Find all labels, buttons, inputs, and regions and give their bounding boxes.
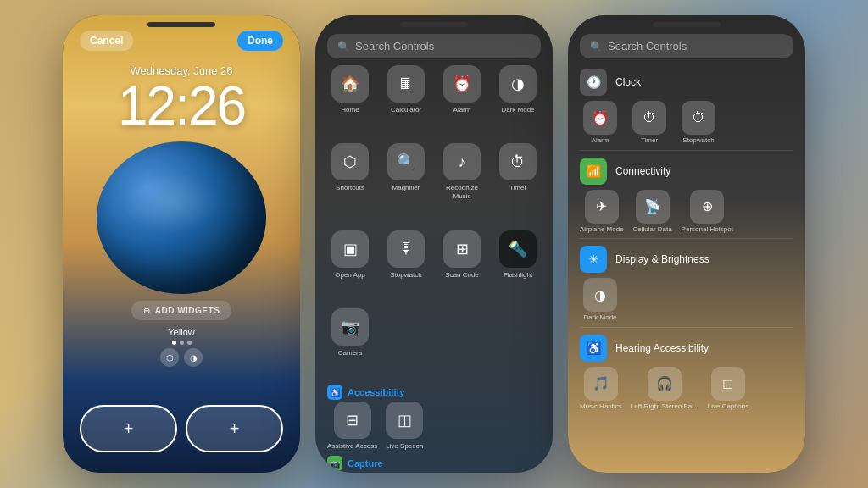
clock-section-title: Clock <box>615 76 641 88</box>
display-section-icon: ☀ <box>580 246 607 273</box>
control-assistive-access[interactable]: ⊟ Assistive Access <box>327 402 377 451</box>
control-timer[interactable]: ⏱ Timer <box>493 143 542 223</box>
done-button[interactable]: Done <box>237 30 283 51</box>
timer-label: Timer <box>509 184 526 192</box>
live-captions-item[interactable]: ◻ Live Captions <box>708 367 748 411</box>
open-app-label: Open App <box>335 271 365 280</box>
camera-label: Camera <box>338 349 362 358</box>
cellular-data-item[interactable]: 📡 Cellular Data <box>632 190 673 234</box>
clock-alarm-label: Alarm <box>592 136 609 145</box>
search-bar[interactable]: 🔍 Search Controls <box>327 34 541 58</box>
camera-icon: 📷 <box>331 308 369 346</box>
connectivity-header-row: 📶 Connectivity <box>568 154 805 188</box>
stereo-balance-label: Left-Right Stereo Bal... <box>631 402 699 411</box>
scan-code-label: Scan Code <box>445 271 479 280</box>
control-calculator[interactable]: 🖩 Calculator <box>381 65 431 136</box>
right-add-button[interactable]: + <box>186 405 283 452</box>
airplane-mode-item[interactable]: ✈ Airplane Mode <box>580 190 624 234</box>
search-placeholder: Search Controls <box>355 40 434 53</box>
phone3-search-bar[interactable]: 🔍 Search Controls <box>580 34 793 58</box>
left-add-button[interactable]: + <box>80 405 177 452</box>
capture-section-title: Capture <box>348 458 383 469</box>
dot-3 <box>187 341 192 345</box>
connectivity-section-title: Connectivity <box>615 165 670 177</box>
assistive-access-icon: ⊟ <box>334 402 371 439</box>
dark-mode-item[interactable]: ◑ Dark Mode <box>580 278 620 322</box>
live-captions-icon: ◻ <box>711 367 745 401</box>
scan-code-icon: ⊞ <box>443 230 481 268</box>
divider-1 <box>580 150 793 151</box>
widget-row: ⬡ ◑ <box>160 348 203 367</box>
flashlight-icon: 🔦 <box>499 230 537 268</box>
control-magnifier[interactable]: 🔍 Magnifier <box>381 143 431 223</box>
calculator-label: Calculator <box>391 106 421 114</box>
cellular-data-label: Cellular Data <box>632 225 671 234</box>
cancel-button[interactable]: Cancel <box>80 30 133 51</box>
control-flashlight[interactable]: 🔦 Flashlight <box>493 230 542 302</box>
divider-2 <box>580 238 793 239</box>
darkmode-label: Dark Mode <box>501 106 534 114</box>
music-haptics-item[interactable]: 🎵 Music Haptics <box>580 367 622 411</box>
phone1-notch <box>147 22 215 27</box>
clock-alarm-item[interactable]: ⏰ Alarm <box>580 101 620 145</box>
control-camera[interactable]: 📷 Camera <box>326 308 375 380</box>
phone2-notch <box>400 22 468 27</box>
control-home[interactable]: 🏠 Home <box>326 65 375 136</box>
lock-bottom-buttons: + + <box>80 405 283 452</box>
clock-items: ⏰ Alarm ⏱ Timer ⏱ Stopwatch <box>568 99 805 147</box>
stereo-balance-icon: 🎧 <box>648 367 682 401</box>
right-plus-icon: + <box>230 419 240 439</box>
darkmode-icon: ◑ <box>499 65 537 103</box>
display-items: ◑ Dark Mode <box>568 276 805 324</box>
accessibility-section-icon: ♿ <box>327 385 342 400</box>
open-app-icon: ▣ <box>331 230 369 268</box>
clock-stopwatch-label: Stopwatch <box>682 136 714 145</box>
magnifier-label: Magnifier <box>392 184 420 192</box>
controls-grid: 🏠 Home 🖩 Calculator ⏰ Alarm ◑ Dark Mode … <box>315 65 553 380</box>
music-haptics-label: Music Haptics <box>580 402 622 411</box>
lock-time: 12:26 <box>118 79 245 133</box>
phone3-background: 🔍 Search Controls 🕐 Clock ⏰ Alarm ⏱ Time… <box>568 15 805 473</box>
accessibility-section-title: Accessibility <box>348 387 404 397</box>
clock-timer-icon: ⏱ <box>632 101 666 135</box>
control-live-speech[interactable]: ◫ Live Speech <box>386 402 423 451</box>
personal-hotspot-item[interactable]: ⊕ Personal Hotspot <box>682 190 733 234</box>
shortcuts-label: Shortcuts <box>336 184 364 192</box>
stereo-balance-item[interactable]: 🎧 Left-Right Stereo Bal... <box>631 367 699 411</box>
phone1-lockscreen: Cancel Done Wednesday, June 26 12:26 ⊕ A… <box>63 15 300 473</box>
lock-earth-image <box>97 141 266 294</box>
clock-stopwatch-item[interactable]: ⏱ Stopwatch <box>678 101 719 145</box>
clock-alarm-icon: ⏰ <box>583 101 617 135</box>
display-section-title: Display & Brightness <box>615 253 709 265</box>
flashlight-label: Flashlight <box>504 271 532 280</box>
control-darkmode[interactable]: ◑ Dark Mode <box>493 65 542 136</box>
phone1-background: Cancel Done Wednesday, June 26 12:26 ⊕ A… <box>63 15 300 473</box>
stopwatch-icon: 🎙 <box>387 230 425 268</box>
control-recognize-music[interactable]: ♪ Recognize Music <box>437 143 487 223</box>
search-icon: 🔍 <box>337 41 350 53</box>
magnifier-icon: 🔍 <box>387 143 425 180</box>
stopwatch-label: Stopwatch <box>390 271 421 280</box>
recognize-music-icon: ♪ <box>443 143 481 180</box>
phone3-search-placeholder: Search Controls <box>608 40 687 53</box>
display-header-row: ☀ Display & Brightness <box>568 242 805 276</box>
airplane-mode-label: Airplane Mode <box>580 225 624 234</box>
live-captions-label: Live Captions <box>708 402 748 411</box>
home-label: Home <box>341 106 359 114</box>
hearing-section-title: Hearing Accessibility <box>615 342 709 354</box>
dot-1 <box>172 341 176 345</box>
assistive-access-label: Assistive Access <box>327 442 377 451</box>
control-scan-code[interactable]: ⊞ Scan Code <box>437 230 487 302</box>
left-plus-icon: + <box>124 419 134 439</box>
control-alarm[interactable]: ⏰ Alarm <box>437 65 487 136</box>
control-stopwatch[interactable]: 🎙 Stopwatch <box>381 230 431 302</box>
dark-mode-label: Dark Mode <box>583 313 616 322</box>
control-open-app[interactable]: ▣ Open App <box>326 230 375 302</box>
hearing-items: 🎵 Music Haptics 🎧 Left-Right Stereo Bal.… <box>568 365 805 413</box>
add-widgets-button[interactable]: ⊕ ADD WIDGETS <box>131 301 232 320</box>
connectivity-items: ✈ Airplane Mode 📡 Cellular Data ⊕ Person… <box>568 188 805 236</box>
divider-3 <box>580 327 793 328</box>
control-shortcuts[interactable]: ⬡ Shortcuts <box>326 143 375 223</box>
live-speech-icon: ◫ <box>386 402 423 439</box>
clock-timer-item[interactable]: ⏱ Timer <box>629 101 670 145</box>
